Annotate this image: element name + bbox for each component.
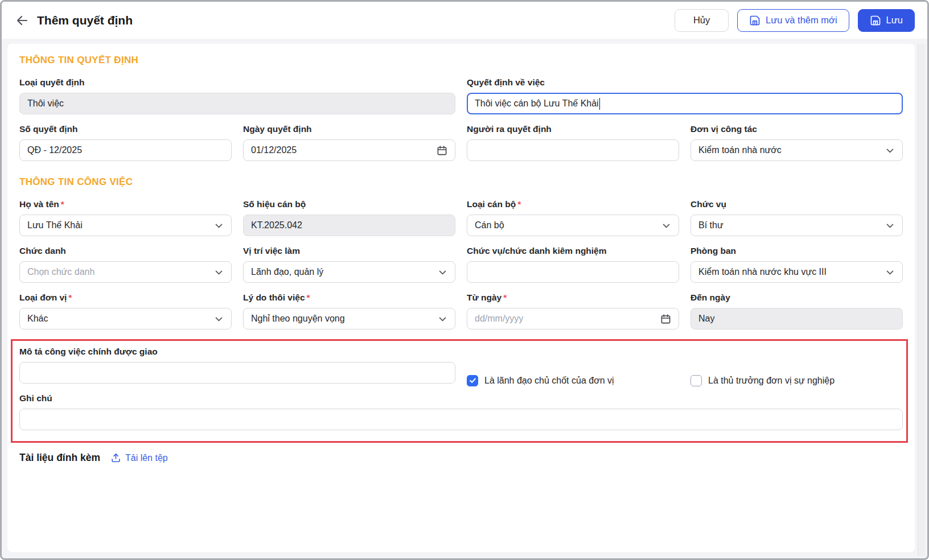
field-resignation-reason: Lý do thôi việc* Nghỉ theo nguyện vọng — [243, 293, 455, 330]
field-label: Chức danh — [19, 246, 232, 256]
field-officer-type: Loại cán bộ* Cán bộ — [467, 199, 679, 236]
full-name-select[interactable]: Lưu Thế Khải — [19, 215, 232, 236]
to-date-input: Nay — [690, 308, 903, 330]
concurrent-position-input[interactable] — [467, 261, 679, 283]
decision-date-input[interactable]: 01/12/2025 — [243, 139, 455, 161]
field-label: Họ và tên* — [19, 199, 232, 209]
resignation-reason-value: Nghỉ theo nguyện vọng — [251, 314, 345, 324]
decision-about-input[interactable]: Thôi việc cán bộ Lưu Thế Khải — [467, 93, 903, 114]
save-icon — [749, 15, 761, 26]
field-label: Người ra quyết định — [467, 124, 679, 134]
field-note: Ghi chú — [19, 393, 903, 430]
decision-number-input[interactable] — [19, 139, 232, 161]
field-label: Vị trí việc làm — [243, 246, 455, 256]
officer-type-value: Cán bộ — [475, 220, 504, 230]
field-to-date: Đến ngày Nay — [690, 293, 903, 330]
form-card: THÔNG TIN QUYẾT ĐỊNH Loại quyết định Thô… — [7, 44, 915, 552]
cancel-button[interactable]: Hủy — [675, 9, 729, 32]
field-decision-type: Loại quyết định Thôi việc — [19, 77, 455, 114]
field-concurrent-position: Chức vụ/chức danh kiêm nghiệm — [467, 246, 679, 283]
to-date-value: Nay — [698, 314, 714, 324]
field-decision-maker: Người ra quyết định — [467, 124, 679, 161]
decision-type-value: Thôi việc — [27, 98, 64, 109]
field-label: Ngày quyết định — [243, 124, 455, 134]
save-icon — [870, 15, 881, 26]
resignation-reason-select[interactable]: Nghỉ theo nguyện vọng — [243, 308, 455, 330]
field-label: Loại cán bộ* — [467, 199, 679, 209]
field-work-unit: Đơn vị công tác Kiểm toán nhà nước — [690, 124, 903, 161]
chevron-down-icon — [885, 267, 895, 277]
section-title-decision: THÔNG TIN QUYẾT ĐỊNH — [19, 55, 903, 66]
checkbox-checked-icon — [467, 375, 478, 386]
field-label: Chức vụ/chức danh kiêm nghiệm — [467, 246, 679, 256]
save-and-new-button[interactable]: Lưu và thêm mới — [737, 9, 849, 32]
calendar-icon[interactable] — [437, 145, 447, 156]
officer-type-select[interactable]: Cán bộ — [467, 215, 679, 236]
chevron-down-icon — [438, 267, 447, 277]
field-label: Quyết định về việc — [467, 77, 903, 88]
officer-id-input: KT.2025.042 — [243, 215, 455, 236]
field-from-date: Từ ngày* dd/mm/yyyy — [467, 293, 679, 330]
checkbox-cell: Là thủ trưởng đơn vị sự nghiệp — [690, 347, 903, 393]
note-input[interactable] — [19, 409, 903, 430]
field-label: Số hiệu cán bộ — [243, 199, 455, 209]
required-mark: * — [307, 293, 310, 302]
chevron-down-icon — [438, 314, 447, 324]
decision-maker-input[interactable] — [467, 139, 679, 161]
chevron-down-icon — [214, 314, 224, 324]
decision-about-value: Thôi việc cán bộ Lưu Thế Khải — [475, 98, 599, 109]
full-name-value: Lưu Thế Khải — [27, 220, 83, 230]
unit-head-checkbox[interactable]: Là thủ trưởng đơn vị sự nghiệp — [690, 375, 835, 386]
key-leader-label: Là lãnh đạo chủ chốt của đơn vị — [484, 376, 614, 386]
decision-date-value: 01/12/2025 — [251, 145, 297, 155]
work-unit-select[interactable]: Kiểm toán nhà nước — [690, 139, 903, 161]
save-button-label: Lưu — [886, 15, 903, 26]
job-position-select[interactable]: Lãnh đạo, quản lý — [243, 261, 455, 283]
back-button[interactable] — [14, 13, 30, 28]
field-decision-date: Ngày quyết định 01/12/2025 — [243, 124, 455, 161]
required-mark: * — [503, 293, 507, 302]
unit-type-select[interactable]: Khác — [19, 308, 232, 330]
field-job-position: Vị trí việc làm Lãnh đạo, quản lý — [243, 246, 455, 283]
calendar-icon[interactable] — [660, 314, 671, 324]
field-label: Chức vụ — [690, 199, 903, 209]
position-select[interactable]: Bí thư — [690, 215, 903, 236]
arrow-left-icon — [15, 14, 29, 27]
annotation-highlight-box: Mô tả công việc chính được giao Là lãnh … — [11, 339, 908, 443]
job-title-select[interactable]: Chọn chức danh — [19, 261, 232, 283]
header-actions: Hủy Lưu và thêm mới Lưu — [675, 9, 915, 32]
attachments-row: Tài liệu đính kèm Tải lên tệp — [19, 452, 903, 464]
vertical-scrollbar[interactable] — [918, 44, 925, 556]
required-mark: * — [61, 199, 64, 209]
chevron-down-icon — [885, 221, 895, 230]
page-header: Thêm quyết định Hủy Lưu và thêm mới — [2, 2, 927, 39]
checkbox-cell: Là lãnh đạo chủ chốt của đơn vị — [467, 347, 679, 393]
department-value: Kiểm toán nhà nước khu vực III — [698, 267, 827, 277]
page-title: Thêm quyết định — [37, 14, 133, 27]
field-position: Chức vụ Bí thư — [690, 199, 903, 236]
save-button[interactable]: Lưu — [858, 9, 915, 32]
job-title-placeholder: Chọn chức danh — [27, 267, 94, 277]
chevron-down-icon — [214, 221, 224, 230]
unit-head-label: Là thủ trưởng đơn vị sự nghiệp — [708, 376, 835, 386]
key-leader-checkbox[interactable]: Là lãnh đạo chủ chốt của đơn vị — [467, 375, 614, 386]
from-date-placeholder: dd/mm/yyyy — [475, 314, 523, 324]
save-and-new-button-label: Lưu và thêm mới — [766, 15, 837, 26]
field-job-description: Mô tả công việc chính được giao — [19, 347, 455, 384]
field-label: Loại quyết định — [19, 77, 455, 88]
field-officer-id: Số hiệu cán bộ KT.2025.042 — [243, 199, 455, 236]
text-cursor — [599, 98, 601, 110]
department-select[interactable]: Kiểm toán nhà nước khu vực III — [690, 261, 903, 283]
field-label: Phòng ban — [690, 246, 903, 256]
required-mark: * — [517, 199, 521, 209]
app-window: Thêm quyết định Hủy Lưu và thêm mới — [0, 0, 929, 560]
work-unit-value: Kiểm toán nhà nước — [698, 145, 782, 155]
field-decision-about: Quyết định về việc Thôi việc cán bộ Lưu … — [467, 77, 903, 114]
job-description-input[interactable] — [19, 362, 455, 384]
field-label: Đơn vị công tác — [690, 124, 903, 134]
officer-id-value: KT.2025.042 — [251, 220, 302, 230]
cancel-button-label: Hủy — [693, 15, 710, 26]
upload-file-link[interactable]: Tải lên tệp — [110, 452, 168, 463]
from-date-input[interactable]: dd/mm/yyyy — [467, 308, 679, 330]
job-position-value: Lãnh đạo, quản lý — [251, 267, 323, 277]
